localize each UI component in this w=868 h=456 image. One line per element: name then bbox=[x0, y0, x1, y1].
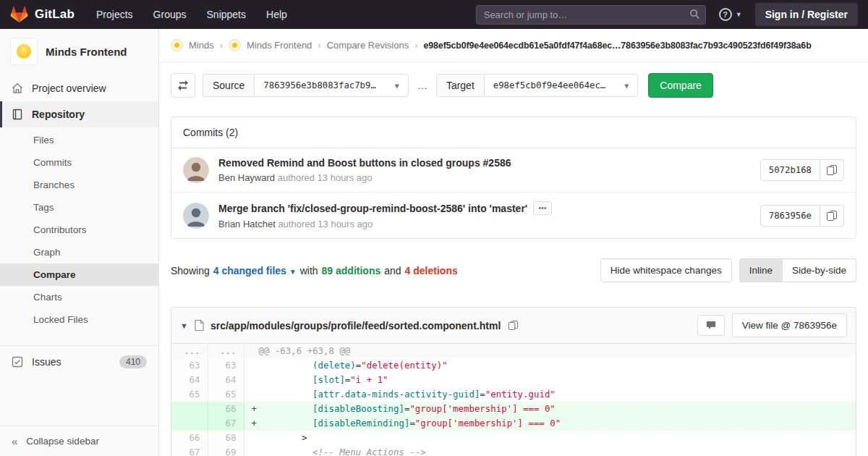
project-avatar bbox=[10, 38, 38, 65]
breadcrumb-group-link[interactable]: Minds bbox=[189, 40, 214, 51]
inline-view-button[interactable]: Inline bbox=[739, 258, 783, 282]
diff-sign: + bbox=[252, 402, 259, 416]
commit-info: Removed Remind and Boost buttons in clos… bbox=[218, 157, 760, 183]
commit-author-link[interactable]: Ben Hayward bbox=[218, 172, 275, 183]
target-ref-dropdown[interactable]: e98ef5cb0f9e4ee064ec… ▼ bbox=[484, 74, 639, 97]
commit-sha-link[interactable]: 7863956e bbox=[760, 205, 820, 227]
changed-files-dropdown[interactable]: 4 changed files ▼ bbox=[213, 265, 297, 276]
commit-sha-link[interactable]: 5072b168 bbox=[760, 159, 820, 181]
diff-line-context: 6464 [slot]="i + 1" bbox=[171, 373, 856, 387]
commits-panel-title: Commits (2) bbox=[171, 117, 856, 148]
issues-count-badge: 410 bbox=[119, 355, 147, 368]
side-by-side-view-button[interactable]: Side-by-side bbox=[783, 258, 856, 282]
code-cell: > bbox=[244, 431, 856, 445]
expand-commit-description-button[interactable]: ••• bbox=[533, 201, 552, 215]
sidebar-item-branches[interactable]: Branches bbox=[0, 174, 158, 196]
sidebar-item-issues[interactable]: Issues 410 bbox=[0, 345, 158, 378]
sidebar-item-tags[interactable]: Tags bbox=[0, 196, 158, 219]
project-context-header[interactable]: Minds Frontend bbox=[0, 29, 158, 75]
commit-title-link[interactable]: Merge branch 'fix/closed-group-remind-bo… bbox=[218, 203, 527, 214]
breadcrumb-compare-link[interactable]: Compare Revisions bbox=[327, 40, 409, 51]
sidebar-item-contributors[interactable]: Contributors bbox=[0, 219, 158, 241]
sign-in-button[interactable]: Sign in / Register bbox=[755, 3, 858, 26]
code-cell: [slot]="i + 1" bbox=[244, 373, 856, 387]
diff-line-context: 6565 [attr.data-minds-activity-guid]="en… bbox=[171, 387, 856, 402]
target-input-group: Target e98ef5cb0f9e4ee064ec… ▼ bbox=[436, 74, 638, 97]
help-dropdown[interactable]: ? ▼ bbox=[719, 8, 742, 21]
diff-line-add: 67+ [disableReminding]="group['membershi… bbox=[171, 416, 856, 431]
sidebar-item-label: Repository bbox=[32, 109, 85, 120]
compare-button[interactable]: Compare bbox=[648, 73, 713, 98]
range-separator: … bbox=[416, 80, 429, 91]
diff-table-body: ......@@ -63,6 +63,8 @@6363 (delete)="de… bbox=[171, 344, 856, 456]
additions-count: 89 additions bbox=[322, 265, 381, 276]
lightbulb-logo-icon bbox=[17, 44, 31, 59]
old-line-number[interactable]: 64 bbox=[171, 373, 208, 387]
collapse-diff-icon[interactable]: ▼ bbox=[180, 321, 188, 330]
and-label: and bbox=[384, 265, 401, 276]
hide-whitespace-button[interactable]: Hide whitespace changes bbox=[600, 258, 732, 282]
sidebar-item-charts[interactable]: Charts bbox=[0, 286, 158, 308]
file-path-link[interactable]: src/app/modules/groups/profile/feed/sort… bbox=[210, 320, 501, 332]
sidebar-item-commits[interactable]: Commits bbox=[0, 151, 158, 174]
commit-author-link[interactable]: Brian Hatchet bbox=[218, 219, 276, 229]
avatar bbox=[183, 203, 209, 229]
copy-sha-button[interactable] bbox=[820, 205, 844, 227]
sidebar-item-graph[interactable]: Graph bbox=[0, 241, 158, 263]
search-input[interactable] bbox=[476, 5, 706, 25]
breadcrumb-project-link[interactable]: Minds Frontend bbox=[247, 40, 312, 51]
nav-help[interactable]: Help bbox=[266, 9, 287, 20]
new-line-number[interactable]: 64 bbox=[208, 373, 244, 387]
new-line-number[interactable]: 65 bbox=[208, 387, 244, 402]
diff-stats-text: Showing 4 changed files ▼ with 89 additi… bbox=[171, 265, 458, 276]
diff-line-hunk: ......@@ -63,6 +63,8 @@ bbox=[171, 344, 856, 358]
new-line-number[interactable]: 67 bbox=[208, 416, 244, 431]
breadcrumb-separator: › bbox=[318, 40, 320, 51]
view-file-button[interactable]: View file @ 7863956e bbox=[732, 313, 847, 337]
gitlab-home-link[interactable]: GitLab bbox=[10, 6, 75, 23]
avatar bbox=[183, 157, 209, 183]
sidebar-item-compare[interactable]: Compare bbox=[0, 263, 158, 286]
diff-line-context: 6363 (delete)="delete(entity)" bbox=[171, 358, 856, 373]
new-line-number[interactable]: 63 bbox=[208, 358, 244, 373]
commits-panel: Commits (2) Removed Remind and Boost but… bbox=[171, 117, 856, 239]
new-line-number[interactable]: 66 bbox=[208, 402, 244, 416]
commit-row: Merge branch 'fix/closed-group-remind-bo… bbox=[171, 193, 856, 238]
new-line-number[interactable]: 69 bbox=[208, 445, 244, 456]
toggle-comments-button[interactable] bbox=[697, 315, 725, 336]
code-cell: @@ -63,6 +63,8 @@ bbox=[244, 344, 856, 358]
commit-row: Removed Remind and Boost buttons in clos… bbox=[171, 148, 856, 193]
source-ref-dropdown[interactable]: 7863956e3b8083fac7b9… ▼ bbox=[254, 74, 409, 97]
old-line-number[interactable] bbox=[171, 402, 208, 416]
clipboard-icon bbox=[509, 321, 518, 330]
new-line-number: ... bbox=[208, 344, 244, 358]
commit-sha-group: 7863956e bbox=[760, 205, 844, 227]
commit-title-link[interactable]: Removed Remind and Boost buttons in clos… bbox=[218, 157, 511, 169]
nav-snippets[interactable]: Snippets bbox=[207, 9, 246, 20]
sidebar-item-label: Issues bbox=[32, 356, 61, 368]
old-line-number[interactable] bbox=[171, 416, 208, 431]
sidebar-item-files[interactable]: Files bbox=[0, 129, 158, 151]
brand-name: GitLab bbox=[35, 7, 75, 22]
sidebar-item-repository[interactable]: Repository bbox=[0, 101, 158, 127]
new-line-number[interactable]: 68 bbox=[208, 431, 244, 445]
swap-revisions-button[interactable] bbox=[171, 73, 195, 98]
copy-file-path-button[interactable] bbox=[507, 321, 519, 330]
nav-projects[interactable]: Projects bbox=[96, 9, 133, 20]
sidebar-item-locked-files[interactable]: Locked Files bbox=[0, 308, 158, 331]
main-content: Minds › Minds Frontend › Compare Revisio… bbox=[159, 0, 868, 456]
code-cell: <!-- Menu Actions --> bbox=[244, 445, 856, 456]
commit-info: Merge branch 'fix/closed-group-remind-bo… bbox=[218, 201, 760, 229]
file-icon bbox=[195, 320, 204, 331]
collapse-sidebar-button[interactable]: « Collapse sidebar bbox=[0, 426, 158, 456]
sidebar-item-project-overview[interactable]: Project overview bbox=[0, 75, 158, 101]
old-line-number: ... bbox=[171, 344, 208, 358]
old-line-number[interactable]: 67 bbox=[171, 445, 208, 456]
nav-groups[interactable]: Groups bbox=[153, 9, 187, 20]
old-line-number[interactable]: 66 bbox=[171, 431, 208, 445]
old-line-number[interactable]: 63 bbox=[171, 358, 208, 373]
copy-sha-button[interactable] bbox=[820, 159, 844, 181]
old-line-number[interactable]: 65 bbox=[171, 387, 208, 402]
project-crumb-avatar bbox=[229, 39, 241, 51]
diff-line-add: 66+ [disableBoosting]="group['membership… bbox=[171, 402, 856, 416]
